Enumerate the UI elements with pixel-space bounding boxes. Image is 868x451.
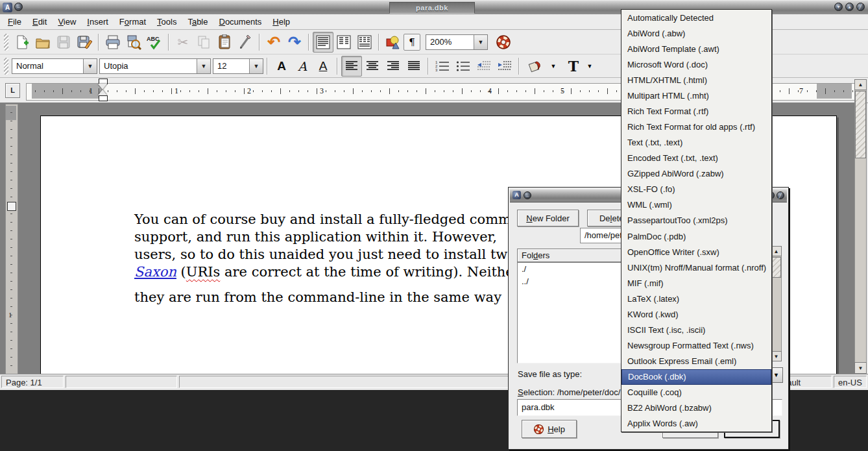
scroll-down-button[interactable]: ▼ bbox=[854, 362, 867, 374]
chevron-down-icon[interactable]: ▼ bbox=[83, 59, 97, 73]
toolbar-grip[interactable] bbox=[4, 34, 8, 51]
print-preview-button[interactable] bbox=[123, 32, 144, 53]
menu-documents[interactable]: Documents bbox=[219, 17, 262, 27]
style-select[interactable]: Normal ▼ bbox=[12, 58, 97, 74]
paste-button[interactable] bbox=[214, 32, 235, 53]
chevron-down-icon[interactable]: ▼ bbox=[249, 59, 263, 73]
file-type-option[interactable]: OpenOffice Writer (.sxw) bbox=[621, 244, 771, 260]
file-type-option[interactable]: MIF (.mif) bbox=[621, 275, 771, 291]
dialog-close-button[interactable]: ╱ bbox=[777, 191, 784, 199]
file-type-option[interactable]: Microsoft Word (.doc) bbox=[621, 56, 771, 72]
dialog-window-menu-button[interactable]: – bbox=[524, 191, 531, 199]
web-view-button[interactable] bbox=[354, 32, 375, 53]
file-type-option[interactable]: GZipped AbiWord (.zabw) bbox=[621, 166, 771, 182]
file-type-option-selected[interactable]: DocBook (.dbk) bbox=[621, 369, 771, 385]
menu-table[interactable]: Table bbox=[187, 17, 208, 27]
file-type-option[interactable]: Encoded Text (.txt, .text) bbox=[621, 151, 771, 166]
file-type-option[interactable]: WML (.wml) bbox=[621, 197, 771, 213]
font-select[interactable]: Utopia ▼ bbox=[99, 58, 211, 74]
minimize-button[interactable]: ▾ bbox=[834, 3, 843, 11]
chevron-down-icon[interactable]: ▼ bbox=[474, 35, 487, 49]
file-type-option[interactable]: Automatically Detected bbox=[621, 10, 771, 25]
file-type-option[interactable]: KWord (.kwd) bbox=[621, 306, 771, 322]
normal-view-button[interactable] bbox=[313, 32, 333, 53]
menu-file[interactable]: File bbox=[8, 17, 21, 27]
new-document-button[interactable] bbox=[12, 32, 32, 53]
increase-indent-button[interactable] bbox=[494, 56, 515, 77]
dialog-help-button[interactable]: Help bbox=[522, 420, 577, 438]
underline-button[interactable]: A bbox=[313, 56, 333, 77]
highlight-color-button[interactable] bbox=[523, 56, 548, 77]
folder-entry[interactable]: ../ bbox=[518, 275, 624, 287]
saxon-hyperlink[interactable]: Saxon bbox=[134, 264, 176, 280]
files-scroll-down-button[interactable]: ▼ bbox=[771, 351, 782, 361]
file-type-option[interactable]: UNIX(tm) Nroff/Manual format (.nroff) bbox=[621, 260, 771, 275]
toolbar-grip[interactable] bbox=[4, 58, 8, 75]
file-type-option[interactable]: PassepartoutToo (.xml2ps) bbox=[621, 213, 771, 228]
indent-marker-lower[interactable] bbox=[98, 90, 107, 95]
file-type-option[interactable]: XSL-FO (.fo) bbox=[621, 182, 771, 197]
file-type-option[interactable]: AbiWord (.abw) bbox=[621, 25, 771, 41]
vruler-margin-marker[interactable] bbox=[7, 202, 16, 211]
insert-symbol-button[interactable] bbox=[383, 32, 404, 53]
justify-button[interactable] bbox=[404, 56, 424, 77]
folder-entry[interactable]: ./ bbox=[518, 263, 624, 275]
align-left-button[interactable] bbox=[341, 56, 362, 77]
scrollbar-thumb[interactable] bbox=[855, 91, 866, 158]
redo-button[interactable]: ↷ bbox=[284, 32, 305, 53]
italic-button[interactable]: A bbox=[292, 56, 313, 77]
file-type-option[interactable]: Text (.txt, .text) bbox=[621, 135, 771, 151]
format-painter-button[interactable] bbox=[235, 32, 256, 53]
file-type-option[interactable]: LaTeX (.latex) bbox=[621, 291, 771, 306]
window-menu-button[interactable]: – bbox=[14, 3, 23, 11]
file-type-option[interactable]: Coquille (.coq) bbox=[621, 385, 771, 400]
font-size-select[interactable]: 12 ▼ bbox=[213, 58, 263, 74]
text-color-dropdown[interactable]: ▼ bbox=[584, 56, 596, 77]
menu-insert[interactable]: Insert bbox=[87, 17, 108, 27]
indent-marker-left[interactable] bbox=[99, 95, 108, 101]
bulleted-list-button[interactable] bbox=[453, 56, 474, 77]
file-type-option[interactable]: AbiWord Template (.awt) bbox=[621, 41, 771, 56]
folders-list[interactable]: ./ ../ bbox=[517, 262, 625, 363]
formatting-marks-button[interactable]: ¶ bbox=[404, 34, 420, 51]
zoom-select[interactable]: 200% ▼ bbox=[426, 34, 488, 50]
page-view-button[interactable] bbox=[333, 32, 354, 53]
save-as-button[interactable] bbox=[74, 32, 95, 53]
undo-button[interactable]: ↶ bbox=[263, 32, 284, 53]
maximize-button[interactable]: ▴ bbox=[845, 3, 854, 11]
open-file-button[interactable] bbox=[32, 32, 53, 53]
file-type-option[interactable]: BZ2 AbiWord (.bzabw) bbox=[621, 400, 771, 416]
menu-view[interactable]: View bbox=[58, 17, 76, 27]
menu-edit[interactable]: Edit bbox=[32, 17, 47, 27]
menu-format[interactable]: Format bbox=[119, 17, 146, 27]
spellcheck-button[interactable]: ABC bbox=[144, 32, 165, 53]
indent-marker-upper[interactable] bbox=[98, 84, 107, 90]
chevron-down-icon[interactable]: ▼ bbox=[197, 59, 210, 73]
align-center-button[interactable] bbox=[362, 56, 383, 77]
file-type-option[interactable]: Multipart HTML (.mht) bbox=[621, 88, 771, 103]
language-indicator[interactable]: en-US bbox=[834, 376, 867, 388]
align-right-button[interactable] bbox=[383, 56, 404, 77]
file-type-option[interactable]: Rich Text Format for old apps (.rtf) bbox=[621, 119, 771, 135]
file-type-option[interactable]: Newsgroup Formatted Text (.nws) bbox=[621, 338, 771, 354]
bold-button[interactable]: A bbox=[271, 56, 292, 77]
file-type-option[interactable]: HTML/XHTML (.html) bbox=[621, 72, 771, 88]
file-type-option[interactable]: ISCII Text (.isc, .iscii) bbox=[621, 322, 771, 337]
files-scrollbar-thumb[interactable] bbox=[771, 257, 781, 278]
menu-tools[interactable]: Tools bbox=[157, 17, 176, 27]
folders-header[interactable]: Folders bbox=[517, 249, 625, 262]
file-type-option[interactable]: Rich Text Format (.rtf) bbox=[621, 103, 771, 119]
menu-help[interactable]: Help bbox=[272, 17, 290, 27]
close-button[interactable]: ╱ bbox=[856, 3, 865, 11]
tab-selector-button[interactable]: L bbox=[5, 83, 20, 98]
file-type-option[interactable]: Outlook Express Email (.eml) bbox=[621, 354, 771, 369]
file-type-option[interactable]: Applix Words (.aw) bbox=[621, 416, 771, 432]
numbered-list-button[interactable]: 123 bbox=[432, 56, 453, 77]
text-color-button[interactable]: T bbox=[563, 56, 584, 77]
files-scroll-up-button[interactable]: ▲ bbox=[771, 246, 782, 256]
new-folder-button[interactable]: New Folder bbox=[517, 210, 579, 226]
file-type-option[interactable]: PalmDoc (.pdb) bbox=[621, 228, 771, 244]
highlight-color-dropdown[interactable]: ▼ bbox=[548, 56, 559, 77]
decrease-indent-button[interactable] bbox=[474, 56, 494, 77]
help-button[interactable] bbox=[493, 32, 514, 53]
